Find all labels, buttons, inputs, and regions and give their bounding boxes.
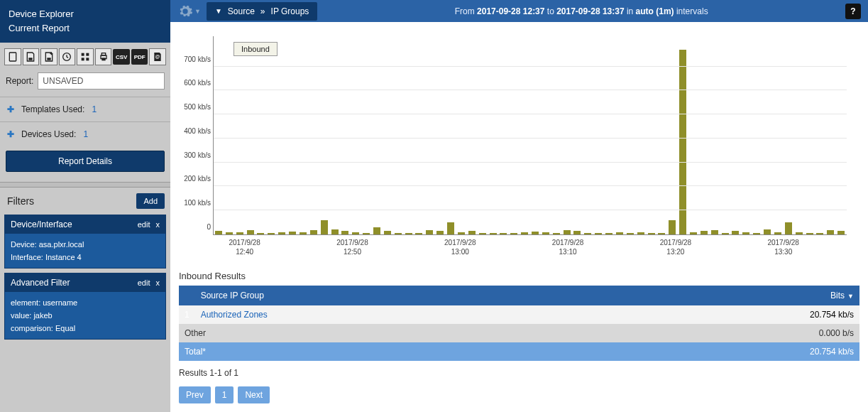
chart-bar[interactable] bbox=[321, 220, 328, 234]
filter-edit-link[interactable]: edit bbox=[138, 220, 150, 229]
chart-bar[interactable] bbox=[753, 233, 760, 234]
chart-bar[interactable] bbox=[796, 232, 803, 234]
chart-bar[interactable] bbox=[827, 230, 834, 234]
chart-bar[interactable] bbox=[341, 231, 348, 234]
prev-button[interactable]: Prev bbox=[179, 386, 211, 403]
chart-bar[interactable] bbox=[785, 222, 792, 234]
page-1-button[interactable]: 1 bbox=[215, 386, 234, 403]
filter-title: Advanced Filter bbox=[11, 278, 70, 288]
filter-line: value: jakeb bbox=[11, 309, 160, 322]
chart-bar[interactable] bbox=[658, 233, 665, 234]
chart-bar[interactable] bbox=[806, 233, 813, 234]
chart-bar[interactable] bbox=[637, 232, 644, 234]
chart-bar[interactable] bbox=[669, 220, 676, 234]
chart-bar[interactable] bbox=[510, 233, 517, 234]
export-pdf-icon[interactable]: PDF bbox=[131, 49, 148, 65]
chart-bar[interactable] bbox=[405, 233, 412, 234]
new-report-icon[interactable] bbox=[4, 48, 21, 65]
chart-bar[interactable] bbox=[521, 232, 528, 234]
export-csv-icon[interactable]: CSV bbox=[113, 49, 130, 65]
chart-bar[interactable] bbox=[257, 233, 264, 234]
chart-bar[interactable] bbox=[595, 233, 602, 234]
chart-bar[interactable] bbox=[742, 232, 749, 234]
report-details-button[interactable]: Report Details bbox=[6, 151, 165, 172]
chart-bar[interactable] bbox=[732, 231, 739, 234]
chart-bar[interactable] bbox=[278, 232, 285, 234]
chart-bar[interactable] bbox=[289, 232, 296, 234]
authorized-zones-link[interactable]: Authorized Zones bbox=[201, 310, 268, 320]
add-filter-button[interactable]: Add bbox=[136, 193, 165, 209]
chart-bar[interactable] bbox=[542, 232, 549, 234]
chart-bar[interactable] bbox=[363, 233, 370, 234]
chart-bar[interactable] bbox=[373, 227, 380, 234]
chart-bar[interactable] bbox=[679, 50, 686, 234]
chart-bar[interactable] bbox=[500, 233, 507, 234]
chart-bar[interactable] bbox=[532, 232, 539, 234]
chart-bar[interactable] bbox=[300, 232, 307, 234]
chart-bar[interactable] bbox=[553, 233, 560, 234]
save-as-icon[interactable] bbox=[40, 48, 57, 65]
chart-bar[interactable] bbox=[690, 232, 697, 234]
chart-bar[interactable] bbox=[616, 232, 623, 234]
next-button[interactable]: Next bbox=[238, 386, 270, 403]
filter-close-icon[interactable]: x bbox=[156, 220, 160, 229]
filters-header: Filters Add bbox=[0, 188, 170, 215]
chart-bar[interactable] bbox=[310, 230, 317, 234]
chart-bar[interactable] bbox=[584, 233, 591, 234]
chart-bar[interactable] bbox=[627, 233, 634, 234]
schedule-icon[interactable] bbox=[59, 48, 76, 65]
time-range[interactable]: From 2017-09-28 12:37 to 2017-09-28 13:3… bbox=[323, 6, 840, 16]
x-tick-label: 2017/9/2813:20 bbox=[660, 238, 692, 256]
filter-close-icon[interactable]: x bbox=[156, 278, 160, 287]
chart-bar[interactable] bbox=[468, 231, 476, 234]
chart-bar[interactable] bbox=[331, 229, 339, 234]
chart-bar[interactable] bbox=[490, 233, 497, 234]
inbound-chart[interactable]: Inbound 0100 kb/s200 kb/s300 kb/s400 kb/… bbox=[213, 36, 847, 235]
report-name-row: Report: bbox=[0, 70, 170, 97]
col-source-ip-group[interactable]: Source IP Group bbox=[195, 286, 584, 305]
report-name-input[interactable] bbox=[38, 72, 165, 90]
chart-bar[interactable] bbox=[458, 232, 465, 234]
col-bits[interactable]: Bits▼ bbox=[584, 286, 859, 305]
save-icon[interactable] bbox=[23, 48, 40, 65]
devices-used-toggle[interactable]: ✚ Devices Used: 1 bbox=[6, 129, 165, 139]
chart-bar[interactable] bbox=[837, 231, 845, 234]
chart-bar[interactable] bbox=[648, 233, 655, 234]
chart-bar[interactable] bbox=[415, 233, 422, 234]
chart-bar[interactable] bbox=[722, 233, 729, 234]
templates-used-toggle[interactable]: ✚ Templates Used: 1 bbox=[6, 104, 165, 114]
chart-bar[interactable] bbox=[268, 233, 275, 234]
filter-edit-link[interactable]: edit bbox=[138, 278, 150, 287]
chart-bar[interactable] bbox=[226, 232, 233, 234]
grid-icon[interactable] bbox=[77, 48, 94, 65]
chart-bar[interactable] bbox=[215, 231, 222, 234]
chart-bar[interactable] bbox=[774, 232, 781, 234]
chart-bar[interactable] bbox=[479, 233, 486, 234]
x-tick-label: 2017/9/2812:40 bbox=[229, 238, 260, 256]
chart-bar[interactable] bbox=[711, 230, 718, 234]
help-button[interactable]: ? bbox=[845, 4, 861, 19]
chart-bar[interactable] bbox=[352, 232, 359, 234]
print-icon[interactable] bbox=[95, 48, 112, 65]
chart-bar[interactable] bbox=[426, 230, 433, 234]
email-icon[interactable]: @ bbox=[149, 48, 166, 65]
chart-bar[interactable] bbox=[436, 231, 444, 234]
filter-title: Device/Interface bbox=[11, 219, 72, 229]
chart-bar[interactable] bbox=[236, 232, 243, 234]
chart-legend[interactable]: Inbound bbox=[234, 42, 278, 56]
settings-dropdown[interactable]: ▼ bbox=[177, 4, 201, 19]
chart-bar[interactable] bbox=[564, 230, 571, 234]
chart-bar[interactable] bbox=[701, 231, 708, 234]
chart-bar[interactable] bbox=[573, 231, 581, 234]
table-row[interactable]: 1 Authorized Zones 20.754 kb/s bbox=[179, 305, 859, 324]
chart-bar[interactable] bbox=[247, 230, 254, 234]
chart-bar[interactable] bbox=[816, 233, 823, 234]
filters-label: Filters bbox=[7, 195, 34, 207]
chart-bar[interactable] bbox=[395, 233, 402, 234]
breadcrumb-dropdown[interactable]: ▼ Source » IP Groups bbox=[207, 2, 317, 21]
svg-rect-4 bbox=[82, 53, 84, 56]
chart-bar[interactable] bbox=[447, 222, 454, 234]
chart-bar[interactable] bbox=[605, 233, 612, 234]
chart-bar[interactable] bbox=[764, 229, 771, 234]
chart-bar[interactable] bbox=[384, 231, 391, 234]
